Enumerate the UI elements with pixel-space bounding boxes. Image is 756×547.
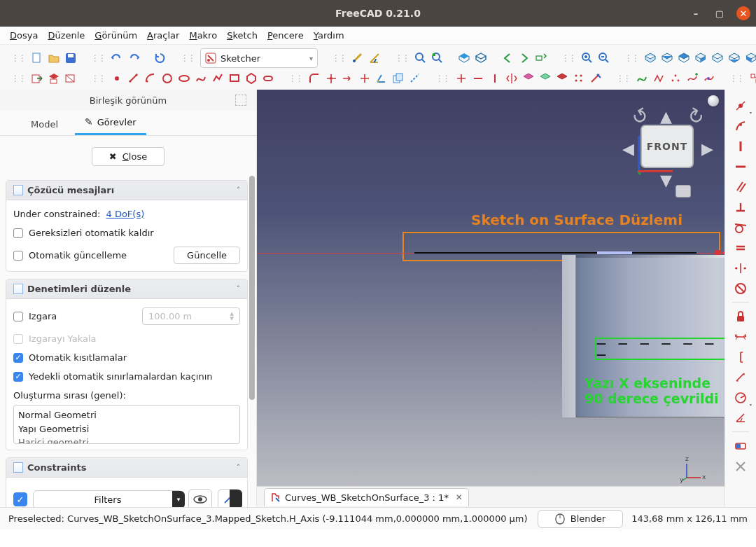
toolbar-grip-icon[interactable]: ⋮⋮ <box>91 74 106 83</box>
panel-scrollbar[interactable] <box>246 176 255 507</box>
section-header[interactable]: Çözücü mesajları ˄ <box>6 181 247 200</box>
split-icon[interactable] <box>358 71 371 86</box>
polygon-icon[interactable] <box>245 71 258 86</box>
toolbar-grip-icon[interactable]: ⋮⋮ <box>561 53 577 63</box>
grid-size-input[interactable]: 100.00 m ▲▼ <box>142 307 240 325</box>
rendering-order-list[interactable]: Normal Geometri Yapı Geometrisi Harici g… <box>13 405 240 444</box>
nav-down-icon[interactable]: ▼ <box>660 172 672 189</box>
front-view-icon[interactable] <box>661 50 673 66</box>
polyline-icon[interactable] <box>211 71 224 86</box>
checkbox-grid[interactable] <box>13 312 23 321</box>
bspline-icon[interactable] <box>195 71 207 86</box>
list-item[interactable]: Normal Geometri <box>18 408 235 422</box>
bspline-degree-icon[interactable] <box>636 71 648 86</box>
link-nav-icon[interactable] <box>535 50 547 66</box>
visibility-button[interactable] <box>188 489 212 507</box>
fillet-icon[interactable] <box>308 71 321 86</box>
virtual-space-icon[interactable] <box>749 71 756 86</box>
nav-left-icon[interactable]: ◀ <box>622 140 634 158</box>
checkbox-filters[interactable]: ✓ <box>13 492 27 506</box>
right-view-icon[interactable] <box>694 50 707 66</box>
horizontal-distance-icon[interactable] <box>731 328 750 345</box>
select-origin-icon[interactable] <box>455 71 468 86</box>
toolbar-grip-icon[interactable]: ⋮⋮ <box>11 74 27 83</box>
menu-windows[interactable]: Pencere <box>267 30 304 41</box>
point-on-object-icon[interactable] <box>731 117 750 134</box>
nav-right-icon[interactable]: ▶ <box>701 140 713 158</box>
panel-expand-icon[interactable] <box>235 95 246 106</box>
nav-forward-icon[interactable] <box>518 50 531 66</box>
workbench-selector[interactable]: Sketcher <box>200 48 318 68</box>
checkbox-auto-constraints[interactable] <box>13 353 23 363</box>
menu-edit[interactable]: Düzenle <box>48 30 85 41</box>
delete-geom-icon[interactable] <box>589 71 602 86</box>
distance-constraint-icon[interactable] <box>731 368 750 386</box>
perpendicular-constraint-icon[interactable] <box>731 198 750 216</box>
menu-macro[interactable]: Makro <box>189 30 217 41</box>
left-view-icon[interactable] <box>745 50 756 66</box>
extend-icon[interactable] <box>342 71 354 86</box>
equal-constraint-icon[interactable] <box>731 239 750 256</box>
checkbox-auto-update[interactable] <box>13 251 23 261</box>
list-item[interactable]: Harici geometri <box>18 436 235 444</box>
toggle-driving-icon[interactable] <box>731 437 750 455</box>
nav-back-icon[interactable] <box>501 50 514 66</box>
slot-icon[interactable] <box>262 71 274 86</box>
bottom-view-icon[interactable] <box>728 50 741 66</box>
toolbar-grip-icon[interactable]: ⋮⋮ <box>11 53 27 63</box>
open-file-icon[interactable] <box>48 50 60 66</box>
menu-help[interactable]: Yardım <box>314 30 344 41</box>
menu-file[interactable]: Dosya <box>10 30 38 41</box>
bspline-increase-icon[interactable] <box>686 71 699 86</box>
tab-model[interactable]: Model <box>21 113 68 135</box>
toolbar-grip-icon[interactable]: ⋮⋮ <box>616 74 631 83</box>
menu-tools[interactable]: Araçlar <box>147 30 179 41</box>
bounding-box-icon[interactable] <box>475 50 487 66</box>
iso-view-icon[interactable] <box>644 50 657 66</box>
fit-selection-icon[interactable] <box>431 50 444 66</box>
measure-linear-icon[interactable] <box>351 50 364 66</box>
coincident-constraint-icon[interactable]: ▾ <box>731 97 750 114</box>
horizontal-constraint-icon[interactable] <box>731 158 750 175</box>
refresh-icon[interactable] <box>154 50 167 66</box>
line-icon[interactable] <box>127 71 140 86</box>
view-section-icon[interactable] <box>64 71 77 86</box>
clone-icon[interactable] <box>522 71 535 86</box>
zoom-out-icon[interactable] <box>598 50 610 66</box>
arc-icon[interactable] <box>144 71 157 86</box>
menu-sketch[interactable]: Sketch <box>227 30 258 41</box>
filters-dropdown[interactable]: Filters ▾ <box>33 490 183 508</box>
toolbar-grip-icon[interactable]: ⋮⋮ <box>181 53 196 63</box>
move-icon[interactable] <box>556 71 568 86</box>
undo-icon[interactable] <box>111 50 123 66</box>
vertical-distance-icon[interactable] <box>731 348 750 366</box>
list-item[interactable]: Yapı Geometrisi <box>18 422 235 436</box>
symmetric-constraint-icon[interactable] <box>731 259 750 277</box>
scrollbar-thumb[interactable] <box>249 176 255 400</box>
trim-icon[interactable] <box>325 71 337 86</box>
tab-tasks[interactable]: ✎ Görevler <box>75 111 146 135</box>
maximize-button[interactable]: ▢ <box>713 6 727 20</box>
block-constraint-icon[interactable] <box>731 279 750 297</box>
view-sketch-icon[interactable] <box>48 71 60 86</box>
dof-link[interactable]: 4 DoF(s) <box>106 209 144 219</box>
toolbar-grip-icon[interactable]: ⋮⋮ <box>332 53 347 63</box>
document-tab[interactable]: Curves_WB_SketchOnSurface_3 : 1* ✕ <box>264 488 469 506</box>
leave-sketch-icon[interactable] <box>31 71 43 86</box>
ellipse-icon[interactable] <box>178 71 190 86</box>
bspline-knot-icon[interactable] <box>652 71 665 86</box>
draw-style-icon[interactable] <box>458 50 470 66</box>
carbon-copy-icon[interactable] <box>392 71 405 86</box>
measure-angle-icon[interactable] <box>368 50 381 66</box>
symmetry-icon[interactable] <box>505 71 518 86</box>
bspline-insert-icon[interactable] <box>703 71 715 86</box>
section-header[interactable]: Constraints ˄ <box>6 458 247 478</box>
rectangle-icon[interactable] <box>228 71 241 86</box>
bspline-poles-icon[interactable] <box>669 71 682 86</box>
minimize-button[interactable]: – <box>689 6 703 20</box>
toolbar-grip-icon[interactable]: ⋮⋮ <box>435 74 451 83</box>
settings-dropdown[interactable] <box>218 489 240 507</box>
rect-array-icon[interactable] <box>573 71 585 86</box>
circle-icon[interactable] <box>161 71 174 86</box>
checkbox-auto-remove[interactable] <box>13 228 23 238</box>
